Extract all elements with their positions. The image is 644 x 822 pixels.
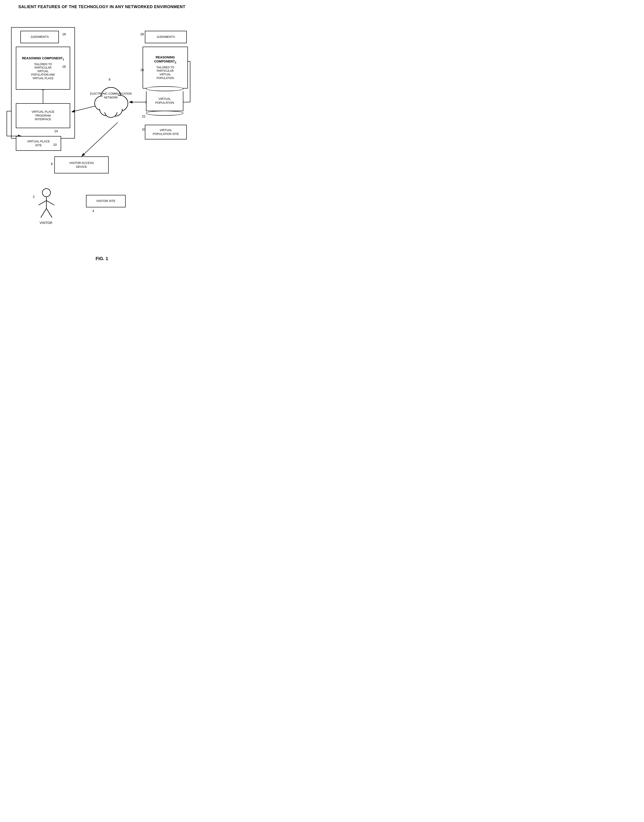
svg-line-27: [38, 201, 46, 205]
num-10: 10: [53, 143, 57, 146]
vp-pop-site-box: VIRTUAL POPULATION SITE: [145, 125, 187, 140]
num-6: 6: [51, 162, 53, 166]
reasoning-right-label: REASONING COMPONENT2: [144, 55, 186, 64]
svg-line-30: [46, 209, 52, 218]
vppi-label: VIRTUAL PLACE PROGRAM INTERFACE: [32, 110, 54, 121]
reasoning-right-box: REASONING COMPONENT2 TAILORED TO PARTICU…: [143, 47, 188, 89]
judgments-left-label: JUDGMENTS: [31, 35, 49, 39]
svg-line-15: [81, 123, 118, 156]
network-label: ELECTRONIC COMMUNICATION NETWORK: [88, 92, 133, 100]
virtual-population-cylinder: VIRTUAL POPULATION: [146, 86, 183, 116]
num-20: 20: [142, 128, 146, 131]
num-26: 26: [140, 68, 144, 72]
fig-label: FIG. 1: [5, 256, 199, 261]
network-cloud: ELECTRONIC COMMUNICATION NETWORK: [88, 77, 133, 127]
vp-site-label: VIRTUAL PLACE SITE: [27, 140, 50, 147]
judgments-right-box: JUDGMENTS: [145, 31, 187, 43]
judgments-right-label: JUDGMENTS: [156, 35, 175, 39]
svg-line-29: [41, 209, 46, 218]
judgments-left-box: JUDGMENTS: [20, 31, 59, 43]
visitor-label: VISITOR: [40, 221, 52, 225]
visitor-site-label: VISITOR SITE: [96, 199, 115, 203]
visitor-site-box: VISITOR SITE: [86, 195, 126, 207]
vp-pop-site-label: VIRTUAL POPULATION SITE: [153, 128, 179, 136]
visitor-figure: [36, 188, 57, 221]
num-22: 22: [142, 115, 146, 118]
visitor-access-box: VISITOR ACCESS DEVICE: [54, 156, 109, 173]
reasoning-left-desc: TAILORED TO PARTICULAR VIRTUAL POPULATIO…: [31, 63, 55, 80]
svg-point-25: [42, 189, 51, 197]
reasoning-right-desc: TAILORED TO PARTICULAR VIRTUAL POPULATIO…: [156, 66, 174, 80]
num-2: 2: [33, 195, 35, 199]
num-4: 4: [92, 209, 94, 213]
num-28: 28: [140, 32, 144, 36]
reasoning-left-label: REASONING COMPONENT1: [22, 56, 64, 61]
num-14: 14: [54, 129, 58, 133]
num-8: 8: [109, 78, 110, 81]
page-title: SALIENT FEATURES OF THE TECHNOLOGY IN AN…: [5, 5, 199, 9]
num-16: 16: [62, 65, 66, 68]
vppi-box: VIRTUAL PLACE PROGRAM INTERFACE: [16, 103, 70, 128]
reasoning-left-box: REASONING COMPONENT1 TAILORED TO PARTICU…: [16, 47, 70, 90]
visitor-access-label: VISITOR ACCESS DEVICE: [69, 161, 94, 169]
virtual-population-label: VIRTUAL POPULATION: [155, 97, 174, 105]
svg-line-28: [46, 201, 54, 205]
num-18: 18: [62, 32, 66, 36]
